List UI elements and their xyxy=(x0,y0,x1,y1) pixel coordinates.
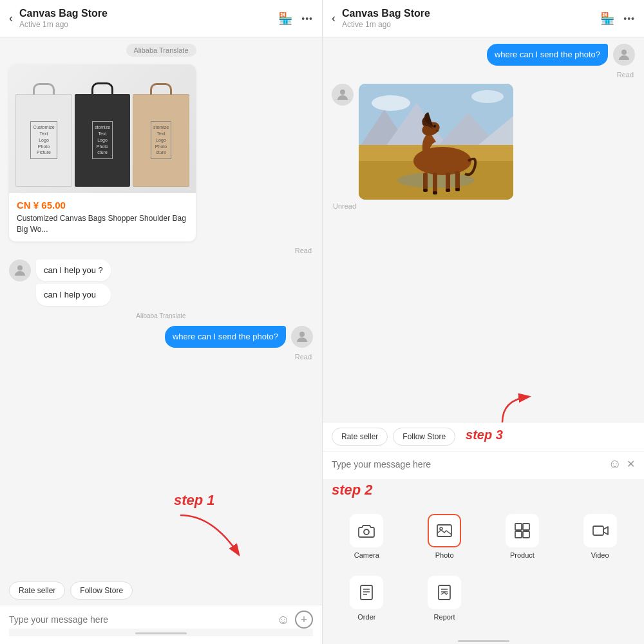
bag-black: stomizeTextLogoPhotocture xyxy=(75,94,130,187)
right-report-label: Report xyxy=(434,613,455,621)
left-user-bubble: where can I send the photo? xyxy=(165,326,286,348)
left-translate-badge: Alibaba Translate xyxy=(126,44,196,57)
right-photo-icon-wrap xyxy=(428,514,461,547)
right-action-product[interactable]: Product xyxy=(485,507,560,565)
left-back-button[interactable]: ‹ xyxy=(9,12,13,25)
bag-text-beige: stomizeTextLogoPhotocture xyxy=(151,121,171,159)
left-emoji-icon[interactable]: ☺ xyxy=(277,612,290,627)
right-header-icons: 🏪 ••• xyxy=(600,12,635,26)
product-icon xyxy=(513,522,531,540)
right-sent-msg-row: where can I send the photo? xyxy=(332,44,635,66)
svg-rect-17 xyxy=(433,173,437,193)
left-user-message-row: where can I send the photo? xyxy=(9,326,313,348)
video-icon xyxy=(591,522,609,540)
report-icon xyxy=(435,583,453,601)
right-header: ‹ Canvas Bag Store Active 1m ago 🏪 ••• xyxy=(323,0,644,37)
left-chat-area: Alibaba Translate CustomizeTextLogoPhoto… xyxy=(0,37,322,576)
left-message-input[interactable] xyxy=(9,614,272,625)
left-bubble-1: can I help you ? xyxy=(36,260,111,281)
bag-text-black: stomizeTextLogoPhotocture xyxy=(92,121,113,159)
svg-rect-20 xyxy=(423,189,428,192)
right-action-report[interactable]: Report xyxy=(407,569,482,627)
right-step3-arrow xyxy=(489,393,541,426)
svg-rect-23 xyxy=(455,188,460,191)
left-input-row: ☺ + xyxy=(9,611,313,629)
right-chat-area: where can I send the photo? Read xyxy=(323,37,644,422)
right-follow-store-button[interactable]: Follow Store xyxy=(393,428,455,446)
right-action-video[interactable]: Video xyxy=(562,507,638,565)
left-more-icon[interactable]: ••• xyxy=(301,14,313,24)
left-header: ‹ Canvas Bag Store Active 1m ago 🏪 ••• xyxy=(0,0,322,37)
right-step3-label: step 3 xyxy=(466,428,503,446)
right-action-grid-row1: Camera Photo Product xyxy=(323,498,644,569)
svg-point-1 xyxy=(299,332,305,337)
svg-rect-34 xyxy=(361,585,372,600)
right-rate-seller-button[interactable]: Rate seller xyxy=(332,428,388,446)
left-seller-messages: can I help you ? can I help you xyxy=(9,260,313,306)
svg-point-12 xyxy=(413,147,471,175)
left-bubble-2: can I help you xyxy=(36,284,111,306)
left-rate-seller-button[interactable]: Rate seller xyxy=(9,582,65,600)
svg-rect-19 xyxy=(455,171,460,190)
right-unread-status: Unread xyxy=(332,202,635,210)
right-active-status: Active 1m ago xyxy=(342,20,594,29)
right-store-icon[interactable]: 🏪 xyxy=(600,12,614,26)
right-sent-bubble: where can I send the photo? xyxy=(487,44,608,66)
camera-icon xyxy=(357,522,375,540)
right-quick-action-area: Rate seller Follow Store step 3 ☺ ✕ xyxy=(323,422,644,479)
left-inline-translate: Alibaba Translate xyxy=(9,311,313,321)
right-action-camera[interactable]: Camera xyxy=(329,507,404,565)
svg-rect-21 xyxy=(433,191,437,194)
left-active-status: Active 1m ago xyxy=(19,20,272,29)
right-product-label: Product xyxy=(510,551,535,559)
bag-beige: stomizeTextLogoPhotocture xyxy=(133,94,189,187)
right-input-row: ☺ ✕ xyxy=(332,457,635,471)
right-user-avatar xyxy=(613,44,635,66)
svg-point-0 xyxy=(17,265,23,270)
right-video-label: Video xyxy=(591,551,609,559)
right-photo-label: Photo xyxy=(435,551,454,559)
right-more-icon[interactable]: ••• xyxy=(623,14,635,24)
right-input-area: ☺ ✕ xyxy=(323,451,644,479)
left-store-name: Canvas Bag Store xyxy=(19,8,272,19)
right-emoji-icon[interactable]: ☺ xyxy=(609,457,621,471)
photo-icon xyxy=(435,522,453,540)
right-camera-icon-wrap xyxy=(350,514,383,547)
left-add-button[interactable]: + xyxy=(295,611,313,629)
svg-rect-31 xyxy=(515,531,522,538)
right-close-icon[interactable]: ✕ xyxy=(627,458,635,470)
svg-point-25 xyxy=(471,90,504,103)
right-message-input[interactable] xyxy=(332,459,603,469)
svg-point-14 xyxy=(433,125,436,128)
right-horse-image-wrap: Unread xyxy=(332,84,635,210)
left-product-card[interactable]: CustomizeTextLogoPhotoPicture stomizeTex… xyxy=(9,64,196,242)
left-product-info: CN ¥ 65.00 Customized Canvas Bags Shoppe… xyxy=(9,193,196,242)
svg-rect-32 xyxy=(523,531,529,538)
right-seller-avatar xyxy=(332,84,354,106)
svg-rect-27 xyxy=(437,525,451,536)
left-product-name: Customized Canvas Bags Shopper Shoulder … xyxy=(17,213,188,235)
svg-point-2 xyxy=(621,50,627,55)
left-seller-msg-group: can I help you ? can I help you xyxy=(36,260,111,306)
left-header-icons: 🏪 ••• xyxy=(278,12,313,26)
left-store-icon[interactable]: 🏪 xyxy=(278,12,292,26)
right-action-photo[interactable]: Photo xyxy=(407,507,482,565)
right-camera-label: Camera xyxy=(354,551,379,559)
left-input-area: ☺ + xyxy=(0,605,322,644)
right-back-button[interactable]: ‹ xyxy=(332,12,336,25)
right-quick-actions: Rate seller Follow Store step 3 xyxy=(323,422,644,451)
right-read-status: Read xyxy=(332,71,635,79)
svg-rect-16 xyxy=(423,173,428,191)
left-product-image: CustomizeTextLogoPhotoPicture stomizeTex… xyxy=(9,64,196,193)
svg-point-15 xyxy=(436,130,439,132)
right-order-label: Order xyxy=(357,613,375,621)
right-panel: ‹ Canvas Bag Store Active 1m ago 🏪 ••• w… xyxy=(322,0,644,644)
left-read-after-product: Read xyxy=(9,247,313,254)
left-seller-avatar xyxy=(9,260,31,281)
right-horse-msg-row xyxy=(332,84,635,200)
right-video-icon-wrap xyxy=(583,514,617,547)
right-store-name: Canvas Bag Store xyxy=(342,8,594,19)
left-follow-store-button[interactable]: Follow Store xyxy=(70,582,133,600)
right-action-order[interactable]: Order xyxy=(329,569,404,627)
right-product-icon-wrap xyxy=(506,514,539,547)
